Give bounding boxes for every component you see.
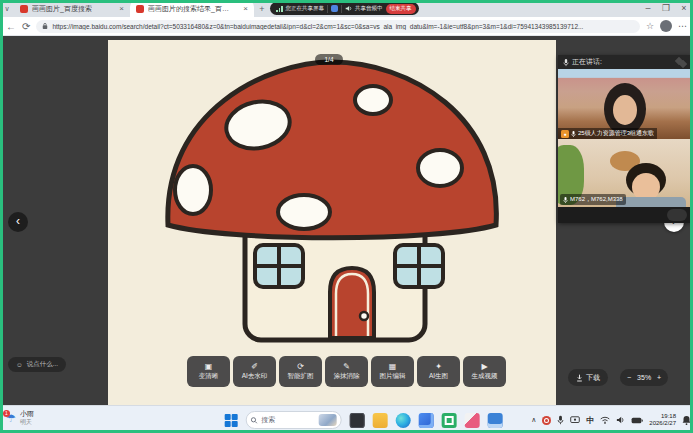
clock-date: 2026/2/27	[649, 420, 676, 426]
zoom-out-button[interactable]: −	[627, 374, 631, 381]
new-tab-button[interactable]: +	[254, 4, 270, 14]
notification-badge: 1	[3, 410, 10, 417]
start-button[interactable]	[224, 414, 237, 427]
tool-generate-video-button[interactable]: ▶ 生成视频	[463, 356, 506, 387]
comment-placeholder: 说点什么...	[27, 360, 58, 369]
share-border-top	[0, 0, 693, 3]
smiley-icon: ☺	[16, 361, 23, 368]
edit-image-icon: ▦	[389, 362, 397, 371]
ime-indicator[interactable]: 中	[586, 415, 594, 426]
app-icon-store[interactable]	[418, 413, 433, 428]
tool-expand-button[interactable]: ⟳ 智能扩图	[279, 356, 322, 387]
share-status-label: 您正在共享屏幕	[286, 5, 325, 12]
tool-remove-watermark-button[interactable]: ✐ AI去水印	[233, 356, 276, 387]
meeting-app-icon	[331, 5, 338, 12]
taskbar: ☂ 1 小雨 明天 搜索 ∧	[0, 405, 693, 433]
app-icon-messaging[interactable]	[441, 413, 456, 428]
tool-ai-generate-button[interactable]: ✦ AI生图	[417, 356, 460, 387]
wifi-icon[interactable]	[600, 416, 610, 424]
weather-main: 小雨	[20, 409, 34, 418]
mushroom-house-drawing	[108, 40, 556, 405]
tab-2-title: 画画图片的搜索结果_百度图片搜索	[148, 4, 234, 14]
microphone-icon	[563, 196, 568, 204]
tab-1-close-icon[interactable]: ×	[119, 4, 124, 13]
lock-icon	[42, 22, 48, 30]
microphone-icon	[571, 130, 576, 138]
share-border-left	[0, 0, 3, 433]
search-icon	[250, 417, 257, 424]
tool-edit-button[interactable]: ▦ 图片编辑	[371, 356, 414, 387]
tab-1-title: 画画图片_百度搜索	[32, 4, 92, 14]
image-counter-badge: 1/4	[315, 54, 343, 65]
comment-input[interactable]: ☺ 说点什么...	[8, 357, 66, 372]
stop-sharing-button[interactable]: 结束共享	[386, 4, 416, 14]
generate-video-icon: ▶	[481, 362, 487, 371]
weather-widget[interactable]: ☂ 1 小雨 明天	[6, 409, 34, 427]
panel-more-handle[interactable]	[667, 209, 687, 221]
system-tray: ∧ 中 19:18 2026/2/27	[531, 406, 691, 433]
taskbar-clock[interactable]: 19:18 2026/2/27	[649, 413, 676, 427]
meeting-panel-footer	[558, 207, 691, 223]
enhance-icon: ▣	[205, 362, 213, 371]
taskbar-search[interactable]: 搜索	[245, 411, 341, 429]
prev-image-button[interactable]: ‹	[8, 212, 28, 232]
search-highlight-image	[318, 414, 336, 426]
panel-layout-icon[interactable]	[676, 58, 686, 67]
image-tools-bar: ▣ 变清晰 ✐ AI去水印 ⟳ 智能扩图 ✎ 涂抹消除 ▦ 图片编辑 ✦ AI生…	[187, 356, 506, 387]
signal-bars-icon	[276, 6, 283, 12]
browser-menu-icon[interactable]: ⋯	[678, 21, 687, 31]
app-icon-taskview[interactable]	[349, 413, 364, 428]
app-icon-file-explorer[interactable]	[372, 413, 387, 428]
ai-generate-icon: ✦	[435, 362, 442, 371]
search-placeholder: 搜索	[261, 415, 314, 425]
expand-image-icon: ⟳	[297, 362, 304, 371]
battery-icon[interactable]	[631, 417, 643, 424]
tab-2-close-icon[interactable]: ×	[243, 4, 248, 13]
participant-1-name: 25级人力资源管理3组通东歌	[578, 129, 654, 138]
microphone-icon	[563, 58, 569, 67]
image-canvas	[108, 40, 556, 405]
address-bar[interactable]: https://image.baidu.com/search/detail?ct…	[36, 20, 640, 33]
volume-icon[interactable]	[616, 416, 625, 424]
participant-video-1[interactable]: ● 25级人力资源管理3组通东歌	[558, 69, 691, 139]
zoom-level: 35%	[637, 374, 651, 381]
participant-2-name-bar: M762，M762,M338	[560, 194, 626, 205]
meeting-panel-header: 正在讲话:	[558, 55, 691, 69]
umbrella-icon: ☂ 1	[6, 412, 16, 425]
participant-video-2[interactable]: M762，M762,M338	[558, 139, 691, 207]
app-icon-editor[interactable]	[464, 413, 479, 428]
participant-2-shirt	[616, 197, 686, 207]
download-button[interactable]: 下载	[568, 369, 608, 386]
back-button[interactable]: ←	[6, 21, 16, 32]
zoom-control: − 35% +	[620, 369, 668, 386]
participant-1-face	[613, 95, 637, 125]
profile-avatar[interactable]	[660, 20, 672, 32]
participant-2-name: M762，M762,M338	[570, 195, 623, 204]
app-icon-photos[interactable]	[487, 413, 502, 428]
taskbar-center: 搜索	[224, 406, 502, 433]
tray-cast-icon[interactable]	[570, 416, 580, 424]
weather-sub: 明天	[20, 418, 34, 427]
speaker-icon	[345, 5, 352, 12]
app-icon-edge[interactable]	[395, 413, 410, 428]
divider	[327, 5, 328, 13]
tool-enhance-button[interactable]: ▣ 变清晰	[187, 356, 230, 387]
remove-watermark-icon: ✐	[251, 362, 258, 371]
browser-toolbar: ← ⟳ https://image.baidu.com/search/detai…	[0, 17, 693, 36]
share-audio-label: 共享音频中	[355, 5, 383, 12]
divider	[341, 5, 342, 13]
speaking-label: 正在讲话:	[572, 57, 602, 67]
participant-1-name-bar: ● 25级人力资源管理3组通东歌	[558, 128, 657, 139]
url-text: https://image.baidu.com/search/detail?ct…	[52, 23, 634, 30]
tray-microphone-icon[interactable]	[557, 415, 564, 425]
baidu-favicon	[136, 5, 144, 13]
security-tray-icon[interactable]	[542, 416, 551, 425]
bookmark-star-icon[interactable]: ☆	[646, 21, 654, 31]
refresh-button[interactable]: ⟳	[22, 21, 30, 32]
zoom-in-button[interactable]: +	[657, 374, 661, 381]
host-badge-icon: ●	[561, 130, 569, 138]
erase-icon: ✎	[343, 362, 350, 371]
tool-erase-button[interactable]: ✎ 涂抹消除	[325, 356, 368, 387]
clock-time: 19:18	[661, 413, 676, 419]
tray-chevron-icon[interactable]: ∧	[531, 416, 536, 424]
